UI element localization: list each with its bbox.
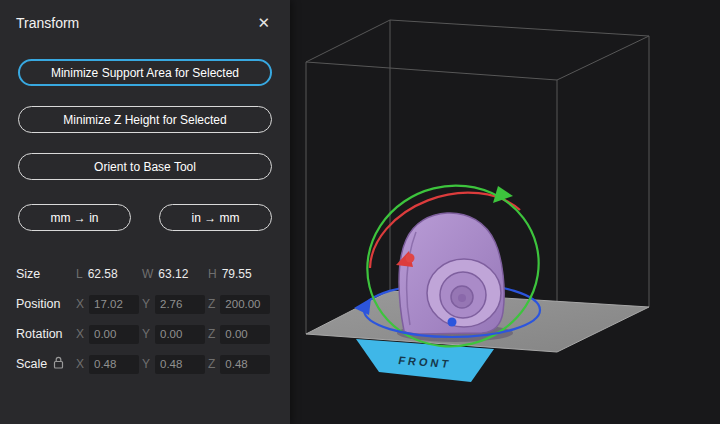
rotation-row: Rotation X Y Z <box>16 319 274 349</box>
close-icon[interactable]: ✕ <box>253 13 274 32</box>
position-label: Position <box>16 297 76 311</box>
position-x-field[interactable] <box>89 295 139 314</box>
transform-panel: Transform ✕ Minimize Support Area for Se… <box>0 0 290 424</box>
size-label: Size <box>16 267 76 281</box>
scale-lock-icon[interactable] <box>53 356 64 372</box>
rotate-handle-blue <box>448 318 457 327</box>
rotation-x-field[interactable] <box>89 325 139 344</box>
position-z-field[interactable] <box>220 295 270 314</box>
scale-z-field[interactable] <box>220 355 270 374</box>
position-row: Position X Y Z <box>16 289 274 319</box>
position-axis-y: Y <box>142 297 150 311</box>
minimize-z-height-button[interactable]: Minimize Z Height for Selected <box>18 106 272 133</box>
position-axis-x: X <box>76 297 84 311</box>
rotation-label: Rotation <box>16 327 76 341</box>
rotation-z-field[interactable] <box>220 325 270 344</box>
model-3d[interactable] <box>399 213 504 334</box>
scale-axis-x: X <box>76 357 84 371</box>
size-value-w: 63.12 <box>158 267 188 281</box>
rotation-axis-z: Z <box>208 327 215 341</box>
scale-label: Scale <box>16 357 47 371</box>
minimize-support-area-button[interactable]: Minimize Support Area for Selected <box>18 59 272 86</box>
size-value-l: 62.58 <box>88 267 118 281</box>
orient-to-base-button[interactable]: Orient to Base Tool <box>18 153 272 180</box>
scale-y-field[interactable] <box>155 355 205 374</box>
size-axis-h: H <box>208 267 217 281</box>
rotation-axis-x: X <box>76 327 84 341</box>
scale-axis-y: Y <box>142 357 150 371</box>
position-y-field[interactable] <box>155 295 205 314</box>
size-axis-w: W <box>142 267 153 281</box>
panel-header: Transform ✕ <box>0 0 290 32</box>
rotation-y-field[interactable] <box>155 325 205 344</box>
mm-to-in-button[interactable]: mm → in <box>18 204 131 231</box>
rotation-axis-y: Y <box>142 327 150 341</box>
scale-row: Scale X Y Z <box>16 349 274 379</box>
scale-x-field[interactable] <box>89 355 139 374</box>
size-row: Size L62.58 W63.12 H79.55 <box>16 259 274 289</box>
size-axis-l: L <box>76 267 83 281</box>
size-value-h: 79.55 <box>222 267 252 281</box>
panel-title: Transform <box>16 15 79 31</box>
position-axis-z: Z <box>208 297 215 311</box>
in-to-mm-button[interactable]: in → mm <box>159 204 272 231</box>
scale-axis-z: Z <box>208 357 215 371</box>
